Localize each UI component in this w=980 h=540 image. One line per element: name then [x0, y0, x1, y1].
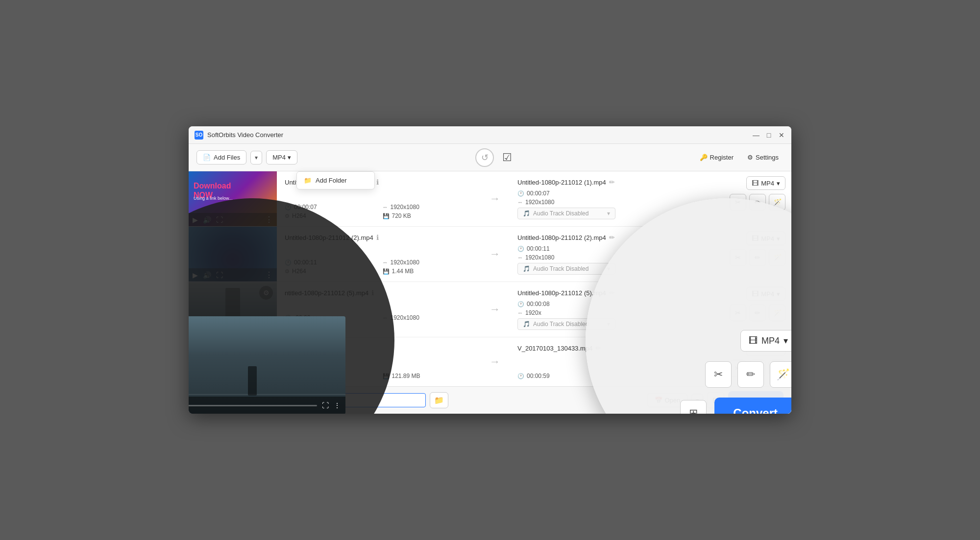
check-icon: ☑: [502, 151, 512, 164]
toolbar: 📄 Add Files ▾ MP4 ▾ ↺ ☑ 🔑 Register ⚙ Set…: [189, 144, 791, 171]
edit-icon[interactable]: ✏: [609, 178, 615, 186]
format-selector-button[interactable]: MP4 ▾: [266, 150, 297, 164]
zoom-video-preview: ▶ 🔊 ⛶ ⋮: [189, 316, 345, 414]
dropdown-arrow-icon: ▾: [607, 210, 610, 217]
add-folder-item[interactable]: 📁 Add Folder: [297, 172, 374, 189]
zoom-edit-button[interactable]: ✏: [737, 361, 764, 388]
resize-icon: ↔: [383, 259, 388, 265]
info-icon[interactable]: ℹ: [376, 234, 379, 241]
arrow-separator: →: [480, 227, 510, 282]
close-button[interactable]: ✕: [778, 131, 785, 139]
zoom-convert-area: 🎞 MP4 ▾ ✂ ✏ 🪄 ⊞ Convert: [639, 320, 791, 414]
add-files-icon: 📄: [203, 154, 211, 161]
refresh-icon: ↺: [481, 152, 489, 163]
zoom-progress-bar: [189, 405, 317, 406]
zoom-fullscreen-icon[interactable]: ⛶: [322, 401, 329, 409]
resize-icon: ↔: [517, 310, 523, 316]
info-icon[interactable]: ℹ: [376, 178, 379, 186]
key-icon: 🔑: [700, 154, 708, 161]
clock-icon: 🕐: [517, 301, 524, 307]
arrow-separator: →: [480, 171, 510, 226]
clock-icon: 🕐: [517, 373, 524, 379]
zoom-convert-button[interactable]: Convert: [714, 398, 791, 414]
zoom-cut-button[interactable]: ✂: [705, 361, 732, 388]
clock-icon: 🕐: [517, 246, 524, 252]
folder-icon: 📁: [304, 177, 312, 184]
format-dd-arrow: ▾: [777, 180, 780, 187]
gear-icon: ⚙: [747, 154, 753, 161]
add-files-button[interactable]: 📄 Add Files: [196, 150, 246, 164]
arrow-separator: →: [480, 337, 510, 386]
output-file-name: Untitled-1080p-211012 (1).mp4: [517, 179, 606, 186]
refresh-button[interactable]: ↺: [475, 148, 494, 167]
zoom-magic-button[interactable]: 🪄: [770, 361, 791, 388]
zoom-grid-button[interactable]: ⊞: [680, 400, 707, 414]
check-button[interactable]: ☑: [498, 148, 516, 167]
audio-icon: 🎵: [523, 321, 530, 328]
zoom-film-icon: 🎞: [749, 336, 758, 346]
resize-icon: ↔: [383, 204, 388, 210]
add-files-dropdown-button[interactable]: ▾: [250, 151, 262, 164]
resize-icon: ↔: [517, 199, 523, 205]
zoom-convert-row: ⊞ Convert: [680, 398, 791, 414]
arrow-separator: →: [480, 282, 510, 337]
size-icon: 💾: [383, 213, 390, 219]
app-icon: SO: [195, 131, 203, 140]
register-button[interactable]: 🔑 Register: [695, 151, 738, 164]
format-arrow-icon: ▾: [288, 154, 291, 161]
output-file-name: V_20170103_130433.mp4: [517, 345, 592, 352]
settings-button[interactable]: ⚙ Settings: [742, 151, 784, 164]
app-title: SoftOrbits Video Converter: [207, 131, 752, 139]
zoom-action-buttons: ✂ ✏ 🪄: [705, 361, 791, 388]
title-bar: SO SoftOrbits Video Converter — □ ✕: [189, 126, 791, 144]
size-icon: 💾: [383, 268, 390, 275]
audio-track-dropdown[interactable]: 🎵 Audio Track Disabled ▾: [517, 208, 615, 219]
format-label: MP4: [272, 154, 286, 161]
zoom-format-arrow-icon: ▾: [784, 335, 788, 346]
edit-icon[interactable]: ✏: [609, 234, 615, 241]
zoom-more-icon[interactable]: ⋮: [334, 401, 341, 409]
maximize-button[interactable]: □: [765, 131, 773, 139]
window-controls: — □ ✕: [752, 131, 785, 139]
output-file-name: Untitled-1080p-211012 (2).mp4: [517, 234, 606, 241]
film-icon: 🎞: [752, 179, 759, 187]
resize-icon: ↔: [517, 255, 523, 260]
browse-folder-button[interactable]: 📁: [430, 392, 448, 408]
audio-icon: 🎵: [523, 210, 530, 217]
add-folder-dropdown: 📁 Add Folder: [296, 171, 375, 189]
zoom-format-badge[interactable]: 🎞 MP4 ▾: [740, 330, 791, 352]
audio-icon: 🎵: [523, 265, 530, 272]
clock-icon: 🕐: [517, 190, 524, 197]
minimize-button[interactable]: —: [752, 131, 760, 139]
zoom-save-to-area: ▶ 🔊 ⛶ ⋮ Save to C:\Users\Eugene\Download…: [189, 306, 355, 414]
audio-track-dropdown[interactable]: 🎵 Audio Track Disabled ▾: [517, 263, 615, 275]
output-format-badge[interactable]: 🎞 MP4 ▾: [746, 176, 785, 190]
